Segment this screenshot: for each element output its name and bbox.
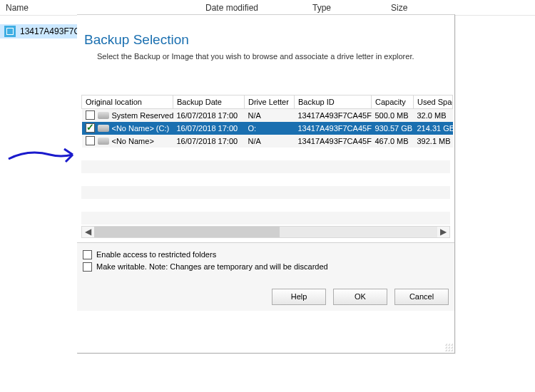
- row-date: 16/07/2018 17:00: [173, 122, 245, 135]
- row-used: 32.0 MB: [414, 109, 453, 122]
- col-size[interactable]: Size: [385, 3, 442, 13]
- row-date: 16/07/2018 17:00: [173, 135, 245, 148]
- scroll-left-button[interactable]: ◀: [82, 227, 94, 237]
- table-row[interactable]: <No Name> (C:)16/07/2018 17:00O:13417A49…: [82, 122, 453, 135]
- backup-selection-dialog: Backup Selection Select the Backup or Im…: [77, 14, 455, 354]
- backup-table: Original location Backup Date Drive Lett…: [81, 95, 450, 238]
- dialog-subtitle: Select the Backup or Image that you wish…: [81, 52, 450, 61]
- col-date[interactable]: Date modified: [200, 3, 307, 13]
- horizontal-scrollbar[interactable]: ◀ ▶: [81, 226, 450, 238]
- row-location-label: <No Name> (C:): [112, 124, 170, 133]
- file-name-label: 13417A493F7C: [20, 26, 80, 36]
- row-id: 13417A493F7CA45F: [295, 109, 372, 122]
- row-checkbox[interactable]: [86, 110, 95, 120]
- row-capacity: 467.0 MB: [372, 135, 414, 148]
- help-button[interactable]: Help: [272, 289, 326, 305]
- annotation-arrow-icon: [7, 146, 78, 167]
- disk-icon: [98, 112, 109, 119]
- resize-grip-icon[interactable]: [444, 343, 453, 351]
- dialog-button-bar: Help OK Cancel: [77, 277, 454, 311]
- row-capacity: 930.57 GB: [372, 122, 414, 135]
- col-type[interactable]: Type: [307, 3, 385, 13]
- row-used: 214.31 GB: [414, 122, 453, 135]
- disk-icon: [98, 125, 109, 132]
- row-drive: O:: [245, 122, 295, 135]
- table-empty-area: [81, 148, 450, 226]
- row-location-label: System Reserved: [112, 111, 173, 120]
- th-drive-letter[interactable]: Drive Letter: [245, 96, 295, 109]
- disk-icon: [98, 138, 109, 145]
- writable-label: Make writable. Note: Changes are tempora…: [96, 262, 328, 271]
- writable-checkbox[interactable]: [83, 262, 92, 272]
- th-used-space[interactable]: Used Spac: [414, 96, 453, 109]
- row-date: 16/07/2018 17:00: [173, 109, 245, 122]
- row-id: 13417A493F7CA45F: [295, 135, 372, 148]
- row-location-label: <No Name>: [112, 137, 154, 145]
- th-capacity[interactable]: Capacity: [372, 96, 414, 109]
- ok-button[interactable]: OK: [333, 289, 387, 305]
- restricted-label: Enable access to restricted folders: [96, 250, 216, 259]
- row-checkbox[interactable]: [86, 136, 95, 145]
- scroll-right-button[interactable]: ▶: [437, 227, 449, 237]
- row-id: 13417A493F7CA45F: [295, 122, 372, 135]
- col-name[interactable]: Name: [0, 3, 200, 13]
- scroll-thumb[interactable]: [94, 227, 280, 237]
- table-row[interactable]: <No Name>16/07/2018 17:00N/A13417A493F7C…: [82, 135, 453, 148]
- scroll-track[interactable]: [94, 227, 437, 237]
- options-panel: Enable access to restricted folders Make…: [77, 242, 454, 277]
- row-drive: N/A: [245, 109, 295, 122]
- row-drive: N/A: [245, 135, 295, 148]
- cancel-button[interactable]: Cancel: [394, 289, 449, 305]
- explorer-column-header: Name Date modified Type Size: [0, 0, 535, 16]
- table-header-row: Original location Backup Date Drive Lett…: [82, 96, 453, 109]
- dialog-title: Backup Selection: [81, 32, 450, 48]
- file-icon: [4, 26, 16, 37]
- row-checkbox[interactable]: [86, 123, 95, 133]
- th-backup-date[interactable]: Backup Date: [173, 96, 245, 109]
- restricted-checkbox[interactable]: [83, 250, 92, 259]
- row-capacity: 500.0 MB: [372, 109, 414, 122]
- row-used: 392.1 MB: [414, 135, 453, 148]
- th-backup-id[interactable]: Backup ID: [295, 96, 372, 109]
- table-row[interactable]: System Reserved16/07/2018 17:00N/A13417A…: [82, 109, 453, 122]
- th-original-location[interactable]: Original location: [82, 96, 173, 109]
